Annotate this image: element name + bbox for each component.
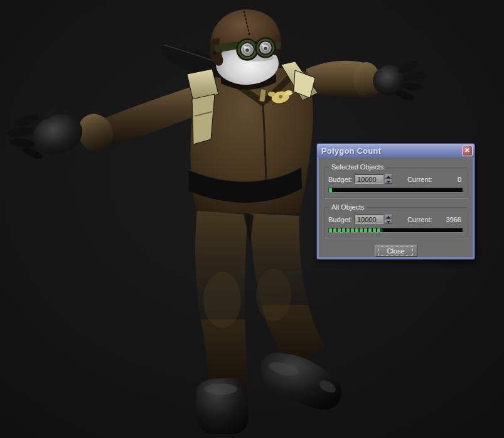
current-label: Current: — [407, 216, 432, 223]
budget-spinner-all — [385, 215, 392, 224]
dialog-title: Polygon Count — [321, 146, 381, 156]
current-value-selected: 0 — [458, 176, 463, 183]
group-label-selected: Selected Objects — [329, 163, 386, 171]
group-all-objects: All Objects Budget: Current: 3966 — [324, 207, 468, 238]
budget-row-all: Budget: Current: 3966 — [328, 215, 463, 224]
progress-bar-selected — [328, 188, 463, 193]
triangle-up-icon — [387, 216, 390, 218]
group-label-all: All Objects — [329, 203, 367, 211]
triangle-down-icon — [387, 221, 390, 223]
budget-input-all[interactable] — [355, 215, 383, 224]
group-selected-objects: Selected Objects Budget: Current: 0 — [324, 167, 468, 198]
triangle-down-icon — [387, 181, 390, 183]
dialog-button-row: Close — [324, 245, 468, 257]
dialog-titlebar[interactable]: Polygon Count ✕ — [317, 144, 475, 158]
close-icon: ✕ — [464, 147, 469, 154]
dialog-body: Selected Objects Budget: Current: 0 All … — [319, 158, 473, 259]
polygon-count-dialog: Polygon Count ✕ Selected Objects Budget:… — [317, 144, 475, 259]
progress-fill-selected — [329, 188, 332, 192]
spin-down-button-all[interactable] — [385, 220, 392, 224]
close-button-label: Close — [378, 246, 412, 256]
spin-down-button-selected[interactable] — [385, 179, 392, 184]
spin-up-button-selected[interactable] — [385, 174, 392, 179]
progress-bar-all — [328, 228, 463, 233]
close-button[interactable]: Close — [375, 245, 417, 257]
titlebar-close-button[interactable]: ✕ — [462, 146, 473, 156]
budget-label: Budget: — [328, 216, 352, 223]
budget-label: Budget: — [328, 176, 352, 183]
budget-spinner-selected — [385, 174, 392, 184]
triangle-up-icon — [387, 176, 390, 178]
progress-fill-all — [329, 228, 382, 232]
current-value-all: 3966 — [446, 216, 463, 223]
budget-row-selected: Budget: Current: 0 — [328, 174, 463, 184]
current-label: Current: — [407, 176, 432, 183]
budget-input-selected[interactable] — [355, 174, 383, 184]
spin-up-button-all[interactable] — [385, 215, 392, 219]
viewport-3d: Polygon Count ✕ Selected Objects Budget:… — [0, 0, 504, 438]
